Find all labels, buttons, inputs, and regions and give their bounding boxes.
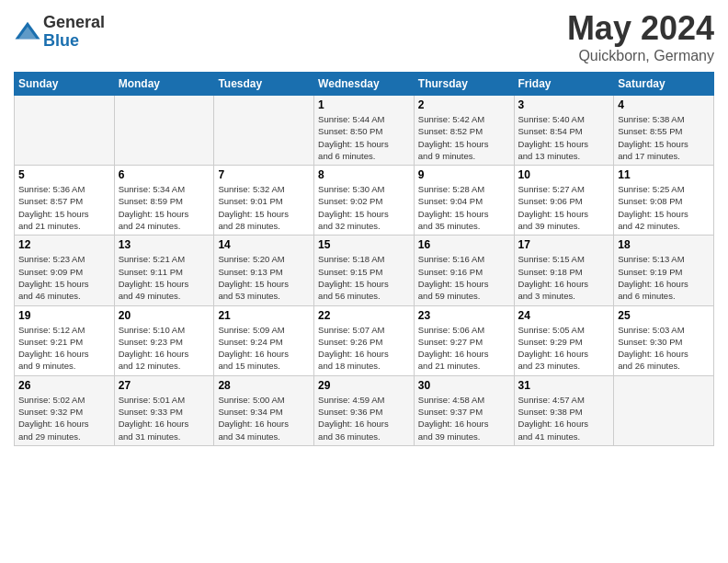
week-row-3: 12Sunrise: 5:23 AM Sunset: 9:09 PM Dayli… — [15, 236, 714, 305]
calendar-cell: 9Sunrise: 5:28 AM Sunset: 9:04 PM Daylig… — [414, 166, 514, 236]
day-info: Sunrise: 5:20 AM Sunset: 9:13 PM Dayligh… — [218, 253, 310, 302]
day-number: 25 — [618, 309, 710, 322]
day-number: 13 — [119, 238, 210, 251]
day-number: 4 — [618, 98, 710, 111]
day-info: Sunrise: 5:12 AM Sunset: 9:21 PM Dayligh… — [18, 324, 110, 373]
calendar-header: SundayMondayTuesdayWednesdayThursdayFrid… — [15, 73, 714, 96]
day-info: Sunrise: 5:32 AM Sunset: 9:01 PM Dayligh… — [218, 183, 310, 232]
calendar-cell: 25Sunrise: 5:03 AM Sunset: 9:30 PM Dayli… — [614, 305, 714, 375]
calendar-cell: 26Sunrise: 5:02 AM Sunset: 9:32 PM Dayli… — [15, 375, 115, 445]
day-info: Sunrise: 4:57 AM Sunset: 9:38 PM Dayligh… — [518, 394, 610, 442]
day-number: 29 — [318, 379, 410, 392]
calendar-cell: 2Sunrise: 5:42 AM Sunset: 8:52 PM Daylig… — [414, 96, 514, 166]
day-info: Sunrise: 5:23 AM Sunset: 9:09 PM Dayligh… — [18, 253, 110, 302]
weekday-header-sunday: Sunday — [15, 73, 115, 96]
weekday-header-thursday: Thursday — [414, 73, 514, 96]
calendar-body: 1Sunrise: 5:44 AM Sunset: 8:50 PM Daylig… — [15, 96, 714, 446]
day-info: Sunrise: 5:00 AM Sunset: 9:34 PM Dayligh… — [218, 394, 310, 442]
day-number: 11 — [618, 168, 710, 181]
day-info: Sunrise: 5:25 AM Sunset: 9:08 PM Dayligh… — [618, 183, 710, 232]
day-number: 15 — [318, 238, 410, 251]
calendar-table: SundayMondayTuesdayWednesdayThursdayFrid… — [14, 72, 714, 446]
day-number: 7 — [218, 168, 310, 181]
calendar-cell: 19Sunrise: 5:12 AM Sunset: 9:21 PM Dayli… — [15, 305, 115, 375]
day-info: Sunrise: 5:18 AM Sunset: 9:15 PM Dayligh… — [318, 253, 410, 302]
logo-general-text: General — [43, 14, 105, 32]
day-info: Sunrise: 4:59 AM Sunset: 9:36 PM Dayligh… — [318, 394, 410, 442]
day-number: 6 — [119, 168, 210, 181]
logo: General Blue — [14, 14, 105, 51]
day-number: 9 — [418, 168, 510, 181]
calendar-cell — [114, 96, 214, 166]
day-number: 30 — [418, 379, 510, 392]
day-info: Sunrise: 5:02 AM Sunset: 9:32 PM Dayligh… — [18, 394, 110, 442]
day-number: 26 — [18, 379, 110, 392]
day-info: Sunrise: 5:07 AM Sunset: 9:26 PM Dayligh… — [318, 324, 410, 373]
day-number: 31 — [518, 379, 610, 392]
calendar-cell: 5Sunrise: 5:36 AM Sunset: 8:57 PM Daylig… — [15, 166, 115, 236]
day-info: Sunrise: 5:28 AM Sunset: 9:04 PM Dayligh… — [418, 183, 510, 232]
day-number: 16 — [418, 238, 510, 251]
calendar-cell: 30Sunrise: 4:58 AM Sunset: 9:37 PM Dayli… — [414, 375, 514, 445]
calendar-cell: 31Sunrise: 4:57 AM Sunset: 9:38 PM Dayli… — [514, 375, 614, 445]
calendar-cell: 11Sunrise: 5:25 AM Sunset: 9:08 PM Dayli… — [614, 166, 714, 236]
day-number: 23 — [418, 309, 510, 322]
day-number: 19 — [18, 309, 110, 322]
day-number: 14 — [218, 238, 310, 251]
day-number: 22 — [318, 309, 410, 322]
weekday-header-wednesday: Wednesday — [314, 73, 415, 96]
logo-icon — [14, 18, 41, 46]
calendar-cell: 4Sunrise: 5:38 AM Sunset: 8:55 PM Daylig… — [614, 96, 714, 166]
calendar-cell: 1Sunrise: 5:44 AM Sunset: 8:50 PM Daylig… — [314, 96, 415, 166]
day-number: 3 — [518, 98, 610, 111]
week-row-1: 1Sunrise: 5:44 AM Sunset: 8:50 PM Daylig… — [15, 96, 714, 166]
calendar-cell: 24Sunrise: 5:05 AM Sunset: 9:29 PM Dayli… — [514, 305, 614, 375]
day-info: Sunrise: 5:40 AM Sunset: 8:54 PM Dayligh… — [518, 113, 610, 162]
calendar-cell: 7Sunrise: 5:32 AM Sunset: 9:01 PM Daylig… — [214, 166, 314, 236]
day-info: Sunrise: 5:44 AM Sunset: 8:50 PM Dayligh… — [318, 113, 410, 162]
calendar-cell: 13Sunrise: 5:21 AM Sunset: 9:11 PM Dayli… — [114, 236, 214, 305]
day-number: 28 — [218, 379, 310, 392]
week-row-2: 5Sunrise: 5:36 AM Sunset: 8:57 PM Daylig… — [15, 166, 714, 236]
calendar-cell: 8Sunrise: 5:30 AM Sunset: 9:02 PM Daylig… — [314, 166, 415, 236]
calendar-cell: 12Sunrise: 5:23 AM Sunset: 9:09 PM Dayli… — [15, 236, 115, 305]
day-info: Sunrise: 5:15 AM Sunset: 9:18 PM Dayligh… — [518, 253, 610, 302]
day-number: 5 — [18, 168, 110, 181]
weekday-header-tuesday: Tuesday — [214, 73, 314, 96]
day-info: Sunrise: 5:09 AM Sunset: 9:24 PM Dayligh… — [218, 324, 310, 373]
title-block: May 2024 Quickborn, Germany — [567, 9, 714, 64]
day-number: 8 — [318, 168, 410, 181]
weekday-row: SundayMondayTuesdayWednesdayThursdayFrid… — [15, 73, 714, 96]
day-number: 27 — [119, 379, 210, 392]
day-number: 20 — [119, 309, 210, 322]
week-row-4: 19Sunrise: 5:12 AM Sunset: 9:21 PM Dayli… — [15, 305, 714, 375]
day-number: 12 — [18, 238, 110, 251]
day-info: Sunrise: 5:34 AM Sunset: 8:59 PM Dayligh… — [119, 183, 210, 232]
day-info: Sunrise: 4:58 AM Sunset: 9:37 PM Dayligh… — [418, 394, 510, 442]
calendar-cell: 6Sunrise: 5:34 AM Sunset: 8:59 PM Daylig… — [114, 166, 214, 236]
day-number: 17 — [518, 238, 610, 251]
calendar-cell: 21Sunrise: 5:09 AM Sunset: 9:24 PM Dayli… — [214, 305, 314, 375]
day-number: 2 — [418, 98, 510, 111]
day-number: 21 — [218, 309, 310, 322]
calendar-cell: 3Sunrise: 5:40 AM Sunset: 8:54 PM Daylig… — [514, 96, 614, 166]
day-info: Sunrise: 5:01 AM Sunset: 9:33 PM Dayligh… — [119, 394, 210, 442]
calendar-cell — [15, 96, 115, 166]
weekday-header-saturday: Saturday — [614, 73, 714, 96]
calendar-cell: 22Sunrise: 5:07 AM Sunset: 9:26 PM Dayli… — [314, 305, 415, 375]
week-row-5: 26Sunrise: 5:02 AM Sunset: 9:32 PM Dayli… — [15, 375, 714, 445]
calendar-cell: 14Sunrise: 5:20 AM Sunset: 9:13 PM Dayli… — [214, 236, 314, 305]
day-info: Sunrise: 5:27 AM Sunset: 9:06 PM Dayligh… — [518, 183, 610, 232]
page-header: General Blue May 2024 Quickborn, Germany — [14, 9, 714, 64]
calendar-cell: 28Sunrise: 5:00 AM Sunset: 9:34 PM Dayli… — [214, 375, 314, 445]
calendar-cell: 23Sunrise: 5:06 AM Sunset: 9:27 PM Dayli… — [414, 305, 514, 375]
day-info: Sunrise: 5:03 AM Sunset: 9:30 PM Dayligh… — [618, 324, 710, 373]
day-info: Sunrise: 5:21 AM Sunset: 9:11 PM Dayligh… — [119, 253, 210, 302]
calendar-cell — [214, 96, 314, 166]
day-info: Sunrise: 5:36 AM Sunset: 8:57 PM Dayligh… — [18, 183, 110, 232]
day-info: Sunrise: 5:30 AM Sunset: 9:02 PM Dayligh… — [318, 183, 410, 232]
month-title: May 2024 — [567, 9, 714, 48]
calendar-cell: 15Sunrise: 5:18 AM Sunset: 9:15 PM Dayli… — [314, 236, 415, 305]
calendar-cell — [614, 375, 714, 445]
calendar-cell: 17Sunrise: 5:15 AM Sunset: 9:18 PM Dayli… — [514, 236, 614, 305]
